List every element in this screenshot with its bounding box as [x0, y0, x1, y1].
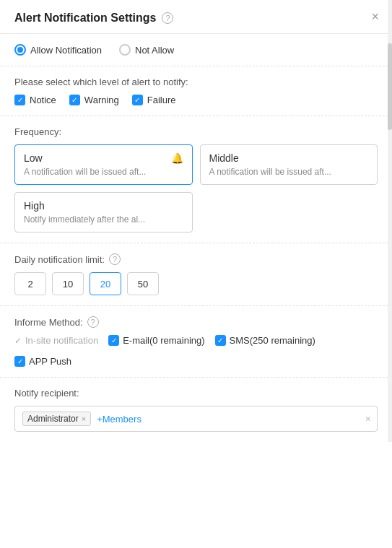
administrator-tag-close[interactable]: × [82, 414, 86, 423]
notification-radio-group: Allow Notification Not Allow [14, 44, 378, 56]
insite-label: In-site notification [25, 335, 98, 346]
apppush-item[interactable]: ✓ APP Push [14, 356, 71, 367]
frequency-high-card[interactable]: High Notify immediately after the al... [14, 192, 193, 232]
insite-check-icon: ✓ [14, 336, 22, 346]
allow-notification-label: Allow Notification [30, 45, 102, 56]
frequency-low-title: Low 🔔 [24, 152, 183, 164]
limit-options: 2 10 20 50 [14, 272, 378, 295]
frequency-high-desc: Notify immediately after the al... [24, 214, 183, 225]
apppush-label: APP Push [29, 356, 71, 367]
scrollbar-track [388, 0, 392, 442]
warning-checkbox-item[interactable]: ✓ Warning [69, 95, 119, 105]
notify-clear-icon[interactable]: × [365, 413, 371, 425]
notify-recipient-label: Notify recipient: [14, 388, 378, 399]
notice-label: Notice [30, 95, 56, 105]
frequency-low-card[interactable]: Low 🔔 A notification will be issued aft.… [14, 144, 193, 185]
allow-notification-radio[interactable]: Allow Notification [14, 44, 102, 56]
alert-level-checkboxes: ✓ Notice ✓ Warning ✓ Failure [14, 95, 378, 105]
sms-item[interactable]: ✓ SMS(250 remaining) [215, 335, 315, 346]
dialog-header: Alert Notification Settings ? × [0, 0, 392, 33]
apppush-checkbox: ✓ [14, 356, 25, 367]
frequency-middle-title: Middle [209, 152, 369, 164]
notify-recipient-section: Notify recipient: Administrator × +Membe… [0, 378, 392, 442]
administrator-tag-label: Administrator [27, 414, 79, 424]
not-allow-label: Not Allow [135, 45, 174, 56]
sms-checkbox: ✓ [215, 335, 226, 346]
bell-icon: 🔔 [171, 152, 183, 164]
frequency-middle-card[interactable]: Middle A notification will be issued aft… [200, 144, 378, 185]
limit-btn-2[interactable]: 2 [14, 272, 46, 295]
frequency-high-title: High [24, 200, 183, 212]
sms-check-icon: ✓ [217, 337, 223, 344]
warning-check-icon: ✓ [71, 97, 77, 104]
limit-btn-20[interactable]: 20 [90, 272, 121, 295]
failure-checkbox-item[interactable]: ✓ Failure [132, 95, 176, 105]
help-icon[interactable]: ? [162, 12, 173, 24]
administrator-tag: Administrator × [22, 412, 91, 426]
allow-notification-radio-circle [14, 44, 26, 56]
not-allow-radio[interactable]: Not Allow [119, 44, 174, 56]
insite-notification-item: ✓ In-site notification [14, 335, 98, 346]
warning-checkbox: ✓ [69, 95, 80, 105]
alert-level-section: Please select which level of alert to no… [0, 66, 392, 116]
add-members-button[interactable]: +Members [97, 414, 141, 425]
daily-limit-help-icon[interactable]: ? [109, 253, 121, 265]
notification-permission-section: Allow Notification Not Allow [0, 34, 392, 66]
email-check-icon: ✓ [111, 337, 117, 344]
not-allow-radio-circle [119, 44, 131, 56]
frequency-grid: Low 🔔 A notification will be issued aft.… [14, 144, 378, 232]
frequency-label: Frequency: [14, 126, 378, 137]
warning-label: Warning [84, 95, 119, 105]
email-checkbox: ✓ [108, 335, 119, 346]
failure-check-icon: ✓ [134, 97, 140, 104]
limit-btn-50[interactable]: 50 [127, 272, 159, 295]
frequency-middle-desc: A notification will be issued aft... [209, 167, 369, 177]
inform-method-label: Informe Method: ? [14, 316, 378, 328]
daily-limit-section: Daily notification limit: ? 2 10 20 50 [0, 243, 392, 306]
scrollbar-thumb[interactable] [388, 43, 392, 130]
notice-checkbox: ✓ [14, 95, 25, 105]
sms-label: SMS(250 remaining) [230, 335, 315, 346]
inform-method-help-icon[interactable]: ? [87, 316, 99, 328]
notify-recipient-input[interactable]: Administrator × +Members × [14, 406, 378, 432]
apppush-check-icon: ✓ [17, 358, 23, 365]
frequency-low-desc: A notification will be issued aft... [24, 167, 183, 177]
failure-label: Failure [147, 95, 176, 105]
limit-btn-10[interactable]: 10 [52, 272, 84, 295]
alert-level-label: Please select which level of alert to no… [14, 77, 378, 87]
notice-check-icon: ✓ [17, 97, 23, 104]
email-item[interactable]: ✓ E-mail(0 remaining) [108, 335, 204, 346]
failure-checkbox: ✓ [132, 95, 143, 105]
frequency-section: Frequency: Low 🔔 A notification will be … [0, 116, 392, 243]
email-label: E-mail(0 remaining) [123, 335, 204, 346]
inform-options: ✓ In-site notification ✓ E-mail(0 remain… [14, 335, 378, 367]
daily-limit-label: Daily notification limit: ? [14, 253, 378, 265]
close-icon[interactable]: × [371, 10, 379, 23]
inform-method-section: Informe Method: ? ✓ In-site notification… [0, 306, 392, 378]
notice-checkbox-item[interactable]: ✓ Notice [14, 95, 56, 105]
dialog-title: Alert Notification Settings [14, 12, 156, 25]
